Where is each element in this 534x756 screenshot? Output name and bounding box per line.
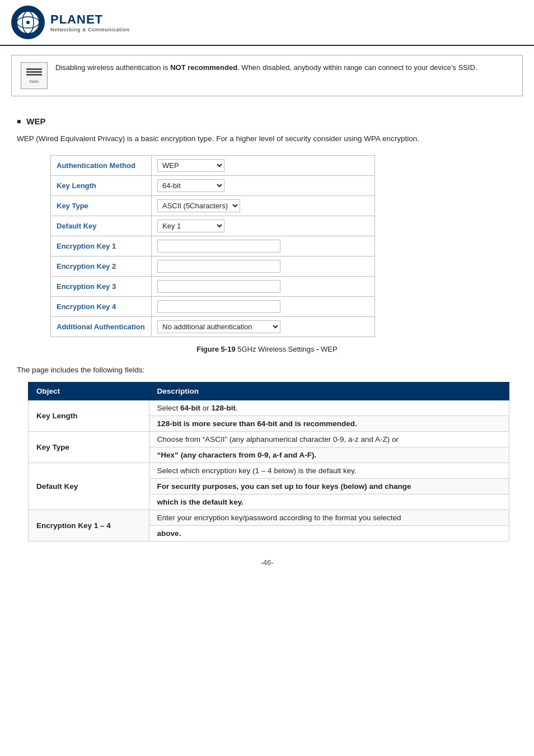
default-key-label: Default Key [51, 216, 152, 236]
auth-method-value: WEP Open Shared [152, 155, 375, 175]
auth-method-label: Authentication Method [51, 155, 152, 175]
content-area: WEP WEP (Wired Equivalent Privacy) is a … [0, 105, 534, 584]
logo-icon [11, 6, 45, 39]
table-row: Key Type ASCII (5Characters) Hex (10Char… [51, 195, 375, 216]
wep-description: WEP (Wired Equivalent Privacy) is a basi… [17, 133, 517, 145]
add-auth-label: Additional Authentication [51, 316, 152, 337]
row-default-key-desc3: which is the default key. [149, 494, 509, 510]
enc-key1-input[interactable] [157, 240, 280, 253]
row-key-length-label: Key Length [29, 400, 149, 431]
note-box: Note Disabling wireless authentication i… [11, 55, 523, 96]
svg-point-3 [26, 21, 30, 24]
row-key-length-desc1: Select 64-bit or 128-bit. [149, 400, 509, 416]
add-auth-select[interactable]: No additional authentication 802.1x [157, 320, 280, 333]
key-length-value: 64-bit 128-bit [152, 175, 375, 195]
enc-key2-value [152, 256, 375, 276]
key-length-label: Key Length [51, 175, 152, 195]
row-default-key-label: Default Key [29, 463, 149, 510]
row-key-type-desc1: Choose from “ASCII” (any alphanumerical … [149, 431, 509, 447]
row-key-type-label: Key Type [29, 431, 149, 463]
row-enc-key-desc1: Enter your encryption key/password accor… [149, 510, 509, 525]
row-enc-key-desc2: above. [149, 525, 509, 541]
row-enc-key-label: Encryption Key 1 – 4 [29, 510, 149, 541]
note-icon: Note [21, 62, 48, 89]
key-type-select[interactable]: ASCII (5Characters) Hex (10Characters) [157, 199, 240, 212]
figure-text: 5GHz Wireless Settings [236, 345, 317, 353]
row-default-key-desc1: Select which encryption key (1 – 4 below… [149, 463, 509, 478]
enc-key4-value [152, 296, 375, 316]
logo-text: PLANET Networking & Communication [50, 12, 130, 32]
auth-method-select[interactable]: WEP Open Shared [157, 159, 224, 172]
add-auth-value: No additional authentication 802.1x [152, 316, 375, 337]
row-default-key-desc2: For security purposes, you can set up to… [149, 478, 509, 494]
table-row: Key Type Choose from “ASCII” (any alphan… [29, 431, 509, 447]
enc-key3-value [152, 276, 375, 296]
col-description: Description [149, 382, 509, 400]
description-table: Object Description Key Length Select 64-… [28, 382, 509, 542]
table-row: Default Key Key 1 Key 2 Key 3 Key 4 [51, 216, 375, 236]
key-type-value: ASCII (5Characters) Hex (10Characters) [152, 195, 375, 216]
table-row: Encryption Key 4 [51, 296, 375, 316]
table-row: Authentication Method WEP Open Shared [51, 155, 375, 175]
table-header-row: Object Description [29, 382, 509, 400]
figure-suffix: WEP [318, 345, 337, 353]
note-text: Disabling wireless authentication is NOT… [55, 62, 477, 74]
enc-key3-input[interactable] [157, 280, 280, 293]
figure-caption: Figure 5-19 5GHz Wireless Settings - WEP [17, 345, 517, 353]
wep-form-table: Authentication Method WEP Open Shared Ke… [50, 155, 375, 337]
note-before-bold: Disabling wireless authentication is [55, 63, 170, 72]
enc-key3-label: Encryption Key 3 [51, 276, 152, 296]
note-label: Note [30, 79, 39, 84]
enc-key2-label: Encryption Key 2 [51, 256, 152, 276]
key-length-select[interactable]: 64-bit 128-bit [157, 179, 224, 192]
default-key-select[interactable]: Key 1 Key 2 Key 3 Key 4 [157, 220, 224, 232]
enc-key1-value [152, 236, 375, 256]
logo-subtitle: Networking & Communication [50, 27, 130, 32]
page-number: -46- [17, 558, 517, 567]
wep-heading: WEP [17, 116, 517, 126]
table-row: Encryption Key 1 [51, 236, 375, 256]
fields-intro: The page includes the following fields: [17, 366, 517, 374]
note-after-bold: . When disabled, anybody within range ca… [237, 63, 477, 72]
table-row: Additional Authentication No additional … [51, 316, 375, 337]
table-row: Encryption Key 1 – 4 Enter your encrypti… [29, 510, 509, 525]
table-row: Encryption Key 2 [51, 256, 375, 276]
table-row: Encryption Key 3 [51, 276, 375, 296]
figure-prefix: Figure 5-19 [196, 345, 235, 353]
table-row: Default Key Select which encryption key … [29, 463, 509, 478]
enc-key4-input[interactable] [157, 300, 280, 313]
enc-key4-label: Encryption Key 4 [51, 296, 152, 316]
row-key-type-desc2: “Hex” (any characters from 0-9, a-f and … [149, 447, 509, 463]
key-type-label: Key Type [51, 195, 152, 216]
default-key-value: Key 1 Key 2 Key 3 Key 4 [152, 216, 375, 236]
table-row: Key Length 64-bit 128-bit [51, 175, 375, 195]
logo-name: PLANET [50, 12, 130, 27]
table-row: Key Length Select 64-bit or 128-bit. [29, 400, 509, 416]
enc-key2-input[interactable] [157, 260, 280, 273]
col-object: Object [29, 382, 149, 400]
enc-key1-label: Encryption Key 1 [51, 236, 152, 256]
header: PLANET Networking & Communication [0, 0, 534, 46]
row-key-length-desc2: 128-bit is more secure than 64-bit and i… [149, 416, 509, 431]
note-bold: NOT recommended [170, 63, 237, 72]
